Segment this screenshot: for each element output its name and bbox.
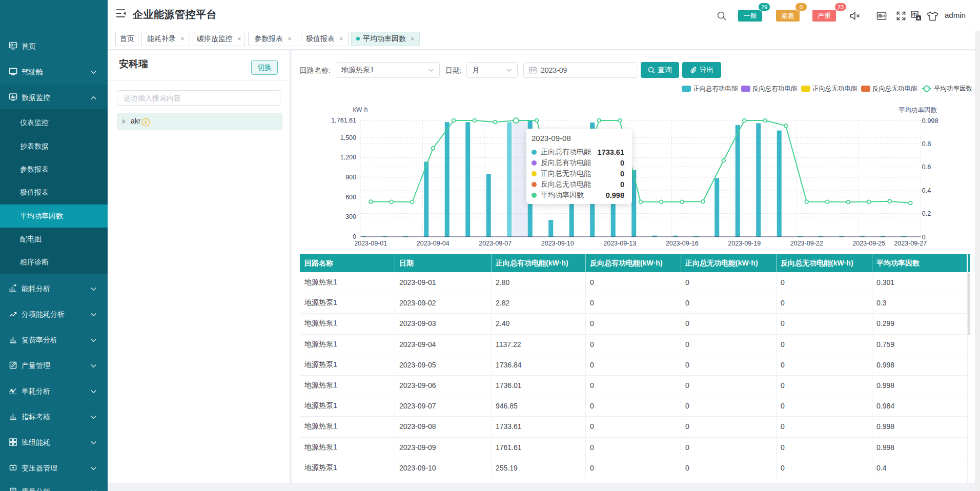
svg-text:2023-09-25: 2023-09-25: [852, 240, 885, 247]
svg-text:0.4: 0.4: [922, 187, 931, 194]
svg-text:0.2: 0.2: [922, 210, 931, 217]
svg-text:2023-09-07: 2023-09-07: [479, 240, 512, 247]
svg-text:kW·h: kW·h: [353, 106, 368, 113]
svg-text:1,761.61: 1,761.61: [331, 117, 356, 124]
svg-text:2023-09-19: 2023-09-19: [728, 240, 761, 247]
svg-text:2023-09-01: 2023-09-01: [354, 240, 387, 247]
svg-text:900: 900: [345, 174, 356, 181]
svg-text:0: 0: [353, 233, 356, 240]
svg-text:2023-09-13: 2023-09-13: [603, 240, 636, 247]
svg-text:600: 600: [345, 194, 356, 201]
svg-text:平均功率因数: 平均功率因数: [899, 107, 937, 114]
svg-text:2023-09-04: 2023-09-04: [417, 240, 450, 247]
svg-text:300: 300: [345, 213, 356, 220]
svg-text:0.8: 0.8: [922, 140, 931, 148]
svg-text:2023-09-27: 2023-09-27: [894, 240, 927, 247]
svg-text:1,500: 1,500: [340, 134, 356, 141]
svg-text:1,200: 1,200: [340, 154, 356, 161]
svg-text:2023-09-22: 2023-09-22: [790, 240, 823, 247]
svg-text:0.998: 0.998: [922, 117, 938, 125]
svg-text:2023-09-16: 2023-09-16: [666, 240, 699, 247]
svg-text:2023-09-10: 2023-09-10: [541, 240, 574, 247]
svg-text:A: A: [917, 16, 920, 21]
svg-text:0.6: 0.6: [922, 163, 931, 171]
